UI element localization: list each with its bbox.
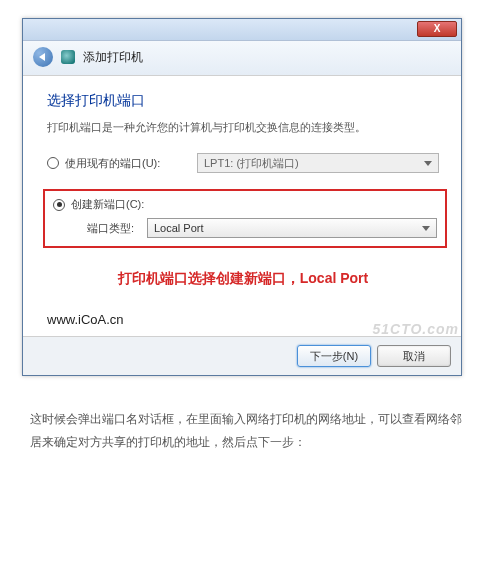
close-button[interactable]: X (417, 21, 457, 37)
nav-header: 添加打印机 (23, 41, 461, 76)
chevron-down-icon (422, 226, 430, 231)
add-printer-dialog: X 添加打印机 选择打印机端口 打印机端口是一种允许您的计算机与打印机交换信息的… (22, 18, 462, 376)
red-annotation-text: 打印机端口选择创建新端口，Local Port (47, 270, 439, 288)
cto-watermark: 51CTO.com (372, 321, 459, 337)
option-use-existing-row: 使用现有的端口(U): LPT1: (打印机端口) (47, 153, 439, 173)
page-heading: 选择打印机端口 (47, 92, 439, 110)
radio-use-existing[interactable] (47, 157, 59, 169)
radio-create-new-label: 创建新端口(C): (71, 197, 144, 212)
article-text: 这时候会弹出端口名对话框，在里面输入网络打印机的网络地址，可以查看网络邻居来确定… (0, 386, 500, 464)
page-description: 打印机端口是一种允许您的计算机与打印机交换信息的连接类型。 (47, 120, 439, 135)
port-type-dropdown[interactable]: Local Port (147, 218, 437, 238)
wizard-title: 添加打印机 (83, 49, 143, 66)
cancel-button[interactable]: 取消 (377, 345, 451, 367)
dialog-body: 选择打印机端口 打印机端口是一种允许您的计算机与打印机交换信息的连接类型。 使用… (23, 76, 461, 336)
back-button[interactable] (33, 47, 53, 67)
radio-create-new[interactable] (53, 199, 65, 211)
article-paragraph: 这时候会弹出端口名对话框，在里面输入网络打印机的网络地址，可以查看网络邻居来确定… (30, 408, 470, 454)
chevron-down-icon (424, 161, 432, 166)
port-type-value: Local Port (154, 222, 204, 234)
titlebar: X (23, 19, 461, 41)
close-icon: X (434, 23, 441, 34)
highlight-box: 创建新端口(C): 端口类型: Local Port (43, 189, 447, 248)
next-button[interactable]: 下一步(N) (297, 345, 371, 367)
existing-port-dropdown: LPT1: (打印机端口) (197, 153, 439, 173)
radio-use-existing-label: 使用现有的端口(U): (65, 156, 160, 171)
dialog-footer: 51CTO.com 下一步(N) 取消 (23, 336, 461, 375)
printer-wizard-icon (61, 50, 75, 64)
existing-port-value: LPT1: (打印机端口) (204, 156, 299, 171)
back-arrow-icon (39, 53, 45, 61)
port-type-label: 端口类型: (87, 221, 141, 236)
